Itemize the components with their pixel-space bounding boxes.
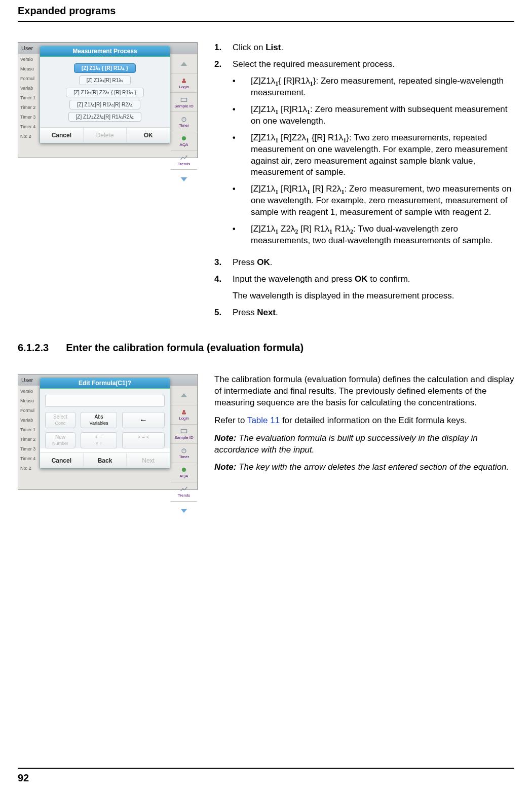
step-number: 3. <box>214 257 233 269</box>
svg-rect-2 <box>182 81 186 83</box>
sidebar-aqa[interactable]: AQA <box>171 463 197 482</box>
bullet-text: [Z]Z1λ1 [R]R1λ1 [R] R2λ1: Zero measureme… <box>251 183 514 218</box>
page-number: 92 <box>18 772 29 784</box>
process-option[interactable]: [Z] Z1λ₁[R] R1λ₁ <box>79 76 131 85</box>
svg-rect-10 <box>182 412 186 415</box>
dialog-title: Edit Formula(C1)? <box>40 378 170 389</box>
svg-rect-11 <box>181 430 186 433</box>
formula-field[interactable] <box>45 395 165 407</box>
sidebar-label: Trends <box>178 162 191 166</box>
paragraph: Refer to Table 11 for detailed informati… <box>214 415 514 427</box>
ui-ref-next: Next <box>257 308 276 317</box>
sidebar-label: AQA <box>180 142 188 147</box>
sidebar-label: AQA <box>180 474 188 478</box>
bullet-mark: • <box>233 223 251 247</box>
svg-point-14 <box>182 468 186 472</box>
text: Press <box>233 308 257 317</box>
svg-point-9 <box>183 410 185 412</box>
bullet-text: [Z]Z1λ1{ [R]R1λ1}: Zero measurement, rep… <box>251 76 514 99</box>
bullet-text: [Z]Z1λ1 [R]R1λ1: Zero measurement with s… <box>251 104 514 127</box>
heading-title: Enter the calibration formula (evaluatio… <box>66 342 303 354</box>
scroll-down-button[interactable] <box>171 501 197 520</box>
ui-ref-ok: OK <box>257 257 270 267</box>
next-button[interactable]: Next <box>127 453 170 468</box>
comparison-button[interactable]: > = < <box>122 432 165 448</box>
heading-number: 6.1.2.3 <box>18 342 49 354</box>
sidebar-label: Timer <box>179 455 189 459</box>
step-number: 4. <box>214 274 233 302</box>
section-heading: 6.1.2.3 Enter the calibration formula (e… <box>18 342 514 354</box>
text: . <box>276 308 278 317</box>
dialog-title: Measurement Process <box>40 46 170 57</box>
text: The wavelength is displayed in the measu… <box>233 290 514 302</box>
text: . <box>281 43 283 52</box>
text: Press <box>233 257 257 267</box>
sidebar-trends[interactable]: Trends <box>171 482 197 501</box>
operators-button[interactable]: + −× ÷ <box>81 432 117 448</box>
sidebar-sample-id[interactable]: Sample ID <box>171 92 197 111</box>
cancel-button[interactable]: Cancel <box>40 453 84 468</box>
cancel-button[interactable]: Cancel <box>40 128 84 143</box>
sidebar-sample-id[interactable]: Sample ID <box>171 424 197 443</box>
delete-button[interactable]: Delete <box>84 128 127 143</box>
scroll-down-button[interactable] <box>171 169 197 189</box>
sidebar-login[interactable]: Login <box>171 73 197 92</box>
text: Click on <box>233 43 265 52</box>
sidebar-timer[interactable]: Timer <box>171 443 197 463</box>
backspace-button[interactable]: ← <box>122 412 165 428</box>
sidebar-label: Trends <box>178 493 191 498</box>
back-button[interactable]: Back <box>84 453 127 468</box>
text: Input the wavelength and press <box>233 274 355 284</box>
abs-variables-button[interactable]: AbsVariables <box>81 412 117 428</box>
svg-marker-15 <box>181 509 187 513</box>
bullet-mark: • <box>233 132 251 179</box>
bullet-mark: • <box>233 104 251 127</box>
arrow-left-icon: ← <box>139 417 147 423</box>
sidebar-aqa[interactable]: AQA <box>171 131 197 150</box>
step-number: 5. <box>214 307 233 319</box>
svg-point-6 <box>182 136 186 140</box>
text: to confirm. <box>368 274 410 284</box>
bullet-text: [Z]Z1λ1 [R]Z2λ1 {[R] R1λ1}: Two zero mea… <box>251 132 514 179</box>
measurement-process-dialog: Measurement Process [Z] Z1λ₁ { [R] R1λ₁ … <box>40 46 170 143</box>
svg-point-1 <box>183 79 185 81</box>
sidebar-trends[interactable]: Trends <box>171 150 197 169</box>
instruction-text: 1. Click on List. 2. Select the required… <box>214 42 514 324</box>
new-number-button[interactable]: NewNumber <box>45 432 75 448</box>
ok-button[interactable]: OK <box>127 128 170 143</box>
note: Note: The key with the arrow deletes the… <box>214 462 514 473</box>
screenshot-edit-formula: User Versio Measu Formul Variab Timer 1 … <box>18 374 198 490</box>
sidebar-label: Sample ID <box>174 435 193 440</box>
note: Note: The evaluation formula is built up… <box>214 433 514 456</box>
ui-ref-list: List <box>265 43 281 52</box>
footer-rule <box>18 768 514 769</box>
step-number: 1. <box>214 42 233 54</box>
step-number: 2. <box>214 59 233 252</box>
bullet-mark: • <box>233 183 251 218</box>
scroll-up-button[interactable] <box>171 386 197 405</box>
text: Select the required measurement process. <box>233 59 514 70</box>
ui-ref-ok: OK <box>355 274 368 284</box>
process-option[interactable]: [Z] Z1λ₁Z2λ₂[R] R1λ₁R2λ₂ <box>68 112 142 122</box>
svg-marker-7 <box>181 177 187 181</box>
bullet-text: [Z]Z1λ1 Z2λ2 [R] R1λ1 R1λ2: Two dual-wav… <box>251 223 514 247</box>
select-conc-button[interactable]: SelectConc <box>45 412 75 428</box>
svg-marker-0 <box>181 62 187 66</box>
table-11-link[interactable]: Table 11 <box>247 416 280 425</box>
process-option[interactable]: [Z] Z1λ₁[R] Z2λ₁ { [R] R1λ₁ } <box>66 88 144 97</box>
scroll-up-button[interactable] <box>171 54 197 73</box>
sidebar-login[interactable]: Login <box>171 405 197 424</box>
edit-formula-dialog: Edit Formula(C1)? SelectConc AbsVariable… <box>40 378 170 469</box>
sidebar-timer[interactable]: Timer <box>171 111 197 131</box>
svg-rect-3 <box>181 98 186 101</box>
sidebar-label: Login <box>179 416 189 421</box>
svg-marker-8 <box>181 393 187 397</box>
text: . <box>270 257 273 267</box>
sidebar-right: Login Sample ID Timer AQA Trends <box>171 386 197 520</box>
sidebar-label: Timer <box>179 123 189 128</box>
bullet-mark: • <box>233 76 251 99</box>
process-option[interactable]: [Z] Z1λ₁[R] R1λ₁[R] R2λ₁ <box>69 100 140 109</box>
sidebar-right: Login Sample ID Timer AQA Trends <box>171 54 197 189</box>
process-option-selected[interactable]: [Z] Z1λ₁ { [R] R1λ₁ } <box>74 63 136 73</box>
header-rule <box>18 21 514 22</box>
